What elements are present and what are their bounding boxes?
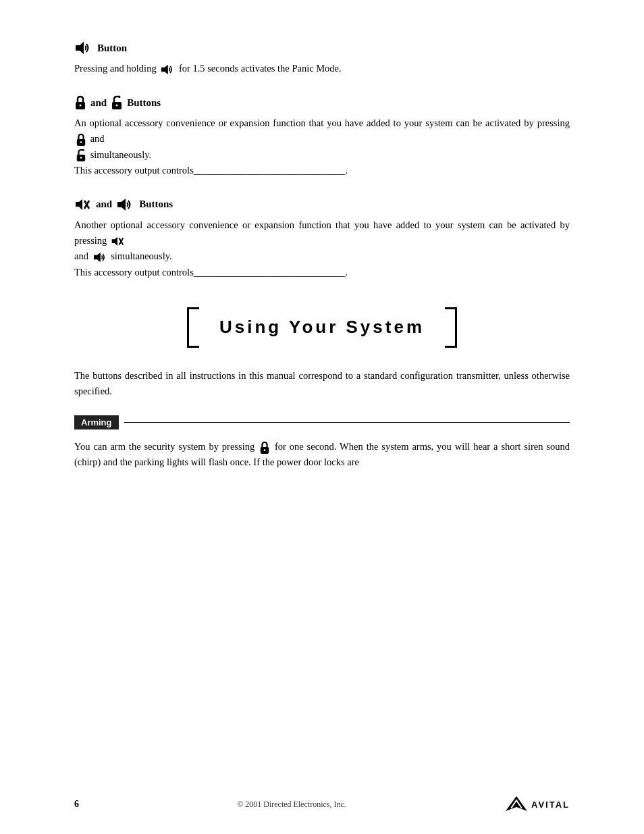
- speaker-buttons-label: Buttons: [139, 199, 173, 210]
- speaker-icon: [74, 41, 92, 55]
- speaker-buttons-body: Another optional accessory convenience o…: [74, 217, 570, 280]
- and-label-2: and: [96, 199, 112, 210]
- svg-point-3: [80, 105, 82, 107]
- bracket-right: [445, 307, 457, 348]
- svg-marker-10: [76, 199, 82, 210]
- svg-point-7: [80, 141, 82, 143]
- speaker-signal-inline-icon: [111, 236, 124, 247]
- and-label-1: and: [90, 97, 107, 109]
- lock-closed-icon: [74, 95, 86, 110]
- speaker-buttons-section: and Buttons Another optional accessory c…: [74, 197, 570, 280]
- section-title-text: Using Your System: [199, 310, 445, 344]
- svg-point-9: [80, 157, 82, 159]
- accessory-output-1: This accessory output controls__________…: [74, 165, 348, 176]
- speaker-sound-inline-icon: [92, 251, 107, 263]
- intro-text: The buttons described in all instruction…: [74, 368, 570, 399]
- bracket-left: [187, 307, 199, 348]
- speaker-button-title: Button: [74, 41, 570, 55]
- page-number: 6: [74, 799, 79, 810]
- speaker-signal-icon: [74, 198, 90, 211]
- using-your-system-section: Using Your System: [74, 307, 570, 348]
- speaker-sound-icon: [116, 197, 134, 212]
- svg-marker-14: [112, 237, 117, 246]
- page: Button Pressing and holding for 1.5 seco…: [0, 0, 644, 834]
- using-your-system-title: Using Your System: [199, 310, 445, 344]
- arming-body: You can arm the security system by press…: [74, 439, 570, 470]
- accessory-output-2: This accessory output controls__________…: [74, 267, 348, 278]
- svg-marker-13: [117, 199, 126, 211]
- lock-arm-icon: [259, 441, 270, 454]
- copyright: © 2001 Directed Electronics, Inc.: [237, 800, 346, 810]
- footer: 6 © 2001 Directed Electronics, Inc. AVIT…: [74, 795, 570, 814]
- lock-buttons-body: An optional accessory convenience or exp…: [74, 115, 570, 178]
- brand-name: AVITAL: [531, 800, 570, 810]
- avital-logo-icon: [504, 795, 529, 814]
- lock-buttons-section: and Buttons An optional accessory conven…: [74, 95, 570, 178]
- speaker-button-label: Button: [97, 43, 127, 54]
- lock-open-icon: [111, 95, 123, 110]
- svg-point-5: [116, 105, 118, 107]
- lock-buttons-title: and Buttons: [74, 95, 570, 110]
- lock-buttons-label: Buttons: [127, 97, 161, 109]
- svg-point-19: [264, 449, 266, 451]
- svg-marker-1: [161, 64, 168, 74]
- brand-logo: AVITAL: [504, 795, 570, 814]
- svg-marker-0: [76, 42, 84, 54]
- lock-open-inline-icon: [76, 149, 86, 162]
- speaker-button-section: Button Pressing and holding for 1.5 seco…: [74, 41, 570, 76]
- arming-divider: [124, 422, 570, 423]
- speaker-buttons-title: and Buttons: [74, 197, 570, 212]
- arming-label: Arming: [74, 415, 119, 429]
- arming-header: Arming: [74, 415, 570, 429]
- speaker-button-body: Pressing and holding for 1.5 seconds act…: [74, 61, 570, 76]
- lock-closed-inline-icon: [76, 133, 86, 147]
- arming-section: Arming You can arm the security system b…: [74, 415, 570, 470]
- speaker-inline-icon: [160, 63, 175, 76]
- svg-marker-17: [94, 253, 101, 263]
